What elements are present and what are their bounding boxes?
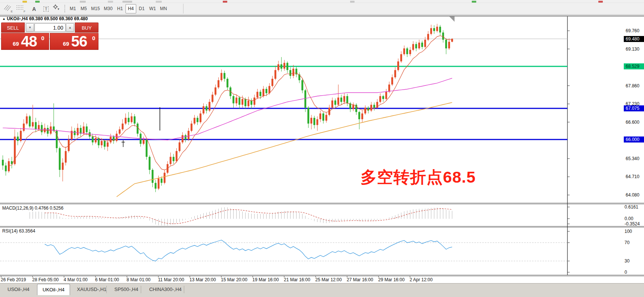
chart-tab-usoilh4[interactable]: USOil-,H4 bbox=[2, 285, 35, 294]
volume-input[interactable] bbox=[34, 23, 66, 32]
time-tick-label: 15 Mar 20:00 bbox=[221, 277, 247, 282]
sell-button[interactable]: SELL bbox=[1, 22, 25, 33]
price-tick-label: 64.710 bbox=[626, 174, 640, 179]
candle-body bbox=[137, 124, 139, 134]
candle-body bbox=[125, 118, 127, 123]
chart-tab-xauusdh1[interactable]: XAUUSD-,H1 bbox=[72, 285, 112, 294]
buy-button[interactable]: BUY bbox=[75, 22, 98, 33]
candle-body bbox=[331, 100, 333, 108]
candle-body bbox=[385, 92, 387, 99]
candle-body bbox=[382, 96, 384, 99]
candle-body bbox=[95, 138, 97, 142]
indicator-tick-label: -0.3524 bbox=[625, 221, 640, 226]
candle-body bbox=[161, 178, 162, 183]
candle-body bbox=[83, 126, 85, 134]
candle-body bbox=[164, 173, 165, 183]
candle-body bbox=[41, 125, 43, 132]
candle-body bbox=[433, 28, 435, 31]
ask-price-pips: 0 bbox=[92, 35, 95, 41]
candle-body bbox=[107, 142, 109, 147]
indicator-tick-label: 0 bbox=[625, 270, 627, 275]
candle-body bbox=[253, 98, 255, 105]
candle-body bbox=[340, 98, 342, 102]
candle-body bbox=[346, 96, 348, 103]
candle-body bbox=[259, 92, 261, 96]
indicator-tick-label: 30 bbox=[625, 258, 629, 264]
candle-body bbox=[35, 122, 37, 129]
candle-body bbox=[155, 183, 157, 189]
candle-body bbox=[62, 163, 64, 170]
candle-body bbox=[131, 116, 133, 122]
candle-body bbox=[442, 33, 444, 40]
candle-body bbox=[209, 102, 210, 111]
ma-fast-line bbox=[9, 36, 452, 170]
candle-body bbox=[143, 140, 145, 144]
candle-body bbox=[421, 43, 423, 47]
time-tick-label: 25 Mar 12:00 bbox=[315, 277, 342, 282]
candle-body bbox=[274, 70, 276, 79]
ask-price-prefix: 69 bbox=[63, 40, 69, 47]
candle-body bbox=[74, 131, 76, 135]
candle-body bbox=[394, 70, 396, 77]
candle-body bbox=[424, 40, 426, 47]
candle-body bbox=[32, 122, 34, 127]
price-tick-label: 65.340 bbox=[626, 156, 640, 161]
candle-body bbox=[388, 84, 390, 92]
time-tick-label: 21 Mar 16:00 bbox=[284, 277, 310, 282]
candle-body bbox=[322, 114, 324, 121]
candle-body bbox=[325, 115, 327, 120]
tab-separator bbox=[106, 286, 107, 293]
candle-body bbox=[98, 138, 100, 145]
candle-body bbox=[23, 124, 25, 131]
candle-body bbox=[152, 170, 154, 183]
candle-body bbox=[116, 134, 118, 141]
candle-body bbox=[400, 54, 402, 61]
tick-direction-icon: ▲ bbox=[2, 17, 6, 21]
candle-body bbox=[17, 136, 19, 141]
candle-body bbox=[236, 98, 237, 103]
candle-body bbox=[250, 100, 252, 105]
chart-tab-bar: USOil-,H4UKOil-,H4XAUUSD-,H1SP500-,H4CHI… bbox=[0, 283, 644, 297]
chart-tab-sp500h4[interactable]: SP500-,H4 bbox=[109, 285, 144, 294]
candle-body bbox=[280, 64, 282, 69]
time-tick-label: 26 Feb 2019 bbox=[1, 277, 26, 282]
candle-body bbox=[448, 42, 450, 48]
time-tick-label: 29 Mar 16:00 bbox=[378, 277, 405, 282]
candle-body bbox=[191, 124, 192, 131]
candle-body bbox=[310, 118, 312, 123]
bid-price-prefix: 69 bbox=[13, 40, 19, 47]
candle-body bbox=[5, 165, 7, 171]
candle-body bbox=[29, 116, 31, 126]
chart-tab-ukoilh4[interactable]: UKOil-,H4 bbox=[37, 284, 70, 295]
indicator-tick-label: 0.00 bbox=[625, 216, 633, 221]
chart-tab-china300h4[interactable]: CHINA300-,H4 bbox=[144, 285, 187, 294]
time-tick-label: 2 Apr 12:00 bbox=[410, 277, 432, 282]
candle-body bbox=[418, 43, 420, 48]
candle-body bbox=[110, 136, 112, 142]
candle-body bbox=[271, 79, 273, 86]
price-tick-label: 69.130 bbox=[626, 46, 640, 52]
candle-body bbox=[146, 140, 148, 157]
candle-body bbox=[262, 89, 264, 96]
volume-decrease-button[interactable]: ▼ bbox=[26, 23, 34, 32]
candle-body bbox=[206, 106, 207, 111]
candle-body bbox=[292, 69, 294, 76]
bid-price-main: 48 bbox=[21, 33, 37, 50]
candle-body bbox=[176, 151, 177, 161]
candle-body bbox=[316, 119, 318, 125]
volume-increase-button[interactable]: ▲ bbox=[66, 23, 74, 32]
candle-body bbox=[307, 108, 309, 123]
candle-body bbox=[247, 100, 249, 106]
candle-body bbox=[92, 136, 94, 142]
candle-body bbox=[38, 125, 40, 129]
ask-price-tile[interactable]: 69 56 0 bbox=[50, 33, 98, 50]
candle-body bbox=[277, 64, 279, 70]
candle-body bbox=[364, 108, 366, 113]
candle-body bbox=[158, 178, 160, 189]
candle-body bbox=[286, 63, 288, 70]
time-tick-label: 4 Mar 01:00 bbox=[64, 277, 88, 282]
bid-price-tile[interactable]: 69 48 0 bbox=[1, 33, 49, 50]
candle-body bbox=[283, 63, 285, 69]
symbol-ohlc-line: ▲ UKOil-,H4 69.380 69.500 69.360 69.480 bbox=[2, 16, 88, 21]
chart-text-annotation: 多空转折点68.5 bbox=[361, 166, 476, 188]
